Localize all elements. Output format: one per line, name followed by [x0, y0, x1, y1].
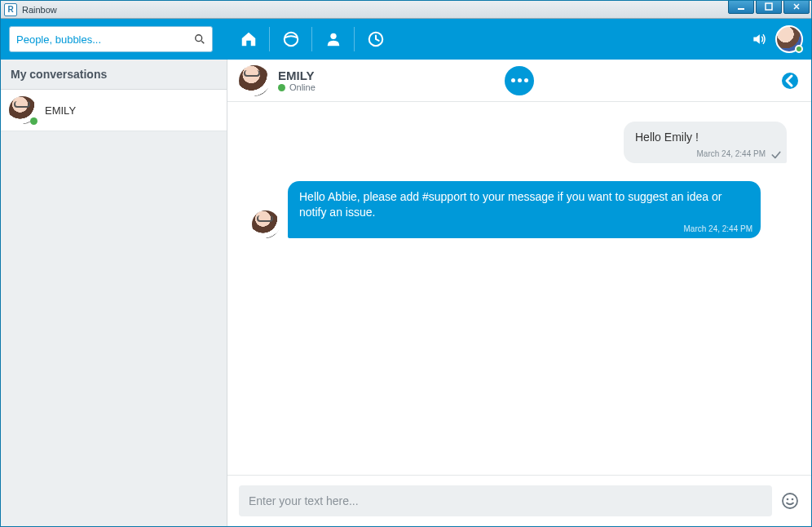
window-title: Rainbow	[20, 5, 57, 15]
svg-point-7	[783, 494, 797, 508]
home-icon	[240, 30, 258, 48]
sound-icon	[751, 31, 767, 47]
sidebar-header: My conversations	[1, 60, 227, 90]
composer	[227, 475, 811, 526]
message-text: Hello Emily !	[635, 131, 699, 144]
more-icon	[511, 78, 515, 82]
maximize-icon	[765, 2, 773, 11]
app-icon: R	[4, 3, 17, 16]
svg-point-2	[196, 35, 202, 42]
maximize-button[interactable]	[756, 0, 782, 14]
close-button[interactable]	[783, 0, 810, 14]
top-toolbar	[1, 19, 811, 60]
presence-indicator	[30, 117, 38, 125]
chat-contact-info: EMILY Online	[278, 69, 316, 92]
back-button[interactable]	[780, 71, 800, 91]
nav-recent[interactable]	[355, 19, 397, 60]
emoji-button[interactable]	[780, 491, 800, 511]
svg-point-4	[330, 33, 336, 39]
message-bubble: Hello Abbie, please add #support to your…	[288, 181, 761, 238]
svg-point-8	[787, 498, 789, 501]
presence-dot	[278, 84, 285, 91]
svg-rect-0	[738, 8, 744, 10]
nav-contacts[interactable]	[312, 19, 355, 60]
presence-indicator	[795, 45, 803, 53]
message-timestamp: March 24, 2:44 PM	[697, 148, 766, 160]
chat-contact-avatar	[239, 65, 270, 96]
emoji-icon	[780, 491, 800, 511]
main-area: My conversations EMILY EMILY Online	[1, 60, 811, 526]
search-icon[interactable]	[194, 33, 205, 45]
message-timestamp: March 24, 2:44 PM	[684, 224, 752, 235]
conversation-avatar	[9, 96, 37, 124]
toolbar-right	[751, 25, 803, 53]
status-label: Online	[289, 82, 316, 92]
minimize-button[interactable]	[728, 0, 754, 14]
window-buttons	[726, 0, 810, 14]
svg-point-9	[792, 498, 794, 501]
svg-point-6	[782, 73, 798, 89]
nav-home[interactable]	[227, 19, 270, 60]
sound-button[interactable]	[751, 31, 767, 47]
close-icon	[792, 2, 801, 11]
globe-icon	[282, 30, 300, 48]
message-list: Hello Emily ! March 24, 2:44 PM Hello Ab…	[227, 102, 811, 475]
chat-contact-name: EMILY	[278, 69, 316, 82]
composer-input[interactable]	[249, 494, 762, 507]
delivered-check-icon	[770, 149, 782, 161]
chat-header: EMILY Online	[227, 60, 811, 102]
back-icon	[780, 71, 800, 91]
nav-bubbles[interactable]	[270, 19, 312, 60]
message-text: Hello Abbie, please add #support to your…	[299, 190, 722, 219]
chat-panel: EMILY Online Hello Emily ! March 24,	[227, 60, 811, 526]
message-sender-avatar	[252, 210, 280, 238]
recent-icon	[367, 30, 385, 48]
window-titlebar: R Rainbow	[1, 1, 811, 19]
search-box[interactable]	[9, 26, 213, 52]
message-bubble: Hello Emily ! March 24, 2:44 PM	[624, 122, 787, 163]
sidebar: My conversations EMILY	[1, 60, 227, 526]
contacts-icon	[324, 30, 342, 48]
message-incoming: Hello Abbie, please add #support to your…	[252, 181, 787, 238]
current-user-avatar[interactable]	[775, 25, 803, 53]
chat-contact-status: Online	[278, 82, 316, 92]
search-input[interactable]	[16, 33, 194, 46]
svg-rect-1	[766, 3, 772, 10]
nav-icons	[227, 19, 397, 60]
conversation-name: EMILY	[45, 104, 76, 117]
more-actions-button[interactable]	[505, 66, 534, 95]
composer-input-wrap[interactable]	[239, 485, 772, 516]
minimize-icon	[737, 2, 745, 11]
message-outgoing: Hello Emily ! March 24, 2:44 PM	[252, 122, 787, 163]
conversation-item[interactable]: EMILY	[1, 90, 227, 131]
svg-point-3	[285, 33, 298, 46]
